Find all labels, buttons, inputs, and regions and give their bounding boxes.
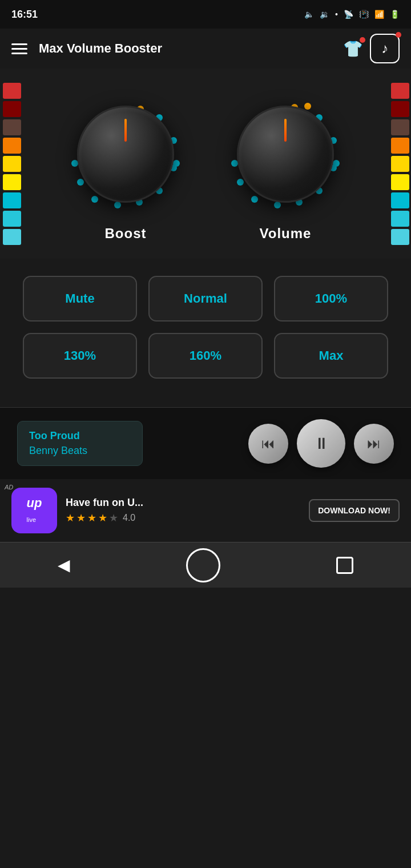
boost-knob-outer[interactable] (63, 91, 188, 217)
vu-bar-right-4 (391, 138, 409, 154)
vol-led-4 (304, 103, 311, 110)
boost-led-11 (91, 196, 98, 203)
header-icons: 👕 ♪ (343, 34, 400, 63)
vu-bar-left-1 (3, 83, 21, 99)
pause-icon: ⏸ (313, 434, 329, 453)
ad-label: AD (5, 484, 13, 491)
vu-bar-left-4 (3, 138, 21, 154)
recents-square-icon (336, 557, 353, 574)
ad-section: AD uplive Have fun on U... ★ ★ ★ ★ ★ 4.0… (0, 479, 411, 542)
vol-led-11 (274, 202, 281, 208)
vu-bar-left-8 (3, 211, 21, 227)
next-track-button[interactable]: ⏭ (354, 424, 394, 464)
player-section: Too Proud Benny Beats ⏮ ⏸ ⏭ (0, 407, 411, 479)
shirt-icon: 👕 (343, 40, 363, 58)
normal-button[interactable]: Normal (148, 276, 263, 322)
battery-icon: 🔋 (390, 10, 400, 19)
max-button[interactable]: Max (274, 333, 388, 379)
vu-bar-left-7 (3, 192, 21, 208)
star-2: ★ (76, 512, 86, 524)
menu-button[interactable] (11, 43, 27, 54)
status-time: 16:51 (11, 9, 38, 21)
mute-button[interactable]: Mute (23, 276, 137, 322)
130-percent-button[interactable]: 130% (23, 333, 137, 379)
star-4: ★ (98, 512, 107, 524)
nav-bar: ◀ (0, 542, 411, 588)
ad-stars: ★ ★ ★ ★ ★ 4.0 (66, 512, 300, 524)
vu-bar-left-6 (3, 174, 21, 190)
wifi-icon: 📶 (374, 10, 384, 19)
vol-led-12 (251, 196, 258, 203)
back-button[interactable]: ◀ (58, 556, 70, 574)
volume-knob-wrapper: Volume (223, 91, 348, 242)
buttons-row-2: 130% 160% Max (23, 333, 388, 379)
buttons-row-1: Mute Normal 100% (23, 276, 388, 322)
menu-line1 (11, 43, 27, 45)
cast-icon: 📡 (344, 10, 353, 19)
next-icon: ⏭ (367, 436, 381, 452)
vu-bar-left-5 (3, 156, 21, 172)
back-icon: ◀ (58, 556, 70, 574)
ad-app-icon: uplive (11, 488, 57, 533)
app-title: Max Volume Booster (39, 41, 332, 56)
volume-knob-body[interactable] (237, 106, 334, 203)
player-controls: ⏮ ⏸ ⏭ (248, 419, 394, 468)
track-artist: Benny Beats (29, 445, 131, 457)
vu-bar-right-8 (391, 211, 409, 227)
status-icons: 🔈 🔉 • 📡 📳 📶 🔋 (304, 10, 400, 19)
vu-bar-right-5 (391, 156, 409, 172)
music-button[interactable]: ♪ (370, 34, 400, 63)
ad-logo-text: uplive (27, 496, 42, 525)
volume-med-icon: 🔉 (320, 10, 329, 19)
ad-rating: 4.0 (123, 513, 135, 523)
boost-led-10 (114, 202, 121, 208)
star-1: ★ (66, 512, 75, 524)
vu-bar-right-2 (391, 101, 409, 117)
volume-buttons-section: Mute Normal 100% 130% 160% Max (0, 259, 411, 407)
ad-content: Have fun on U... ★ ★ ★ ★ ★ 4.0 (66, 497, 300, 524)
160-percent-button[interactable]: 160% (148, 333, 263, 379)
vu-bar-right-6 (391, 174, 409, 190)
boost-knob-wrapper: Boost (63, 91, 188, 242)
app-header: Max Volume Booster 👕 ♪ (0, 29, 411, 69)
volume-low-icon: 🔈 (304, 10, 314, 19)
vu-bar-right-7 (391, 192, 409, 208)
boost-knob-label: Boost (105, 226, 147, 242)
prev-icon: ⏮ (261, 436, 275, 452)
volume-knob-label: Volume (260, 226, 312, 242)
recents-button[interactable] (336, 557, 353, 574)
music-notification-badge (396, 32, 401, 38)
boost-knob-indicator (124, 119, 127, 142)
vol-led-13 (237, 179, 244, 186)
track-info: Too Proud Benny Beats (17, 421, 143, 466)
ad-download-button[interactable]: DOWNLOAD NOW! (309, 499, 400, 522)
volume-knob-outer[interactable] (223, 91, 348, 217)
ad-title: Have fun on U... (66, 497, 300, 509)
dot-icon: • (335, 10, 338, 19)
music-note-icon: ♪ (381, 41, 388, 57)
shirt-notification-badge (360, 37, 365, 43)
star-5: ★ (109, 512, 118, 524)
vu-meter-left (0, 69, 23, 259)
knobs-container: Boost (63, 80, 348, 242)
vu-bar-left-2 (3, 101, 21, 117)
status-bar: 16:51 🔈 🔉 • 📡 📳 📶 🔋 (0, 0, 411, 29)
shirt-button[interactable]: 👕 (343, 39, 363, 58)
vu-bar-left-3 (3, 119, 21, 135)
vu-bar-left-9 (3, 229, 21, 245)
track-title: Too Proud (29, 430, 131, 442)
star-3: ★ (87, 512, 96, 524)
vibrate-icon: 📳 (359, 10, 369, 19)
vu-bar-right-1 (391, 83, 409, 99)
boost-knob-body[interactable] (77, 106, 174, 203)
vu-bar-right-9 (391, 229, 409, 245)
knobs-section: Boost (0, 69, 411, 259)
vu-bar-right-3 (391, 119, 409, 135)
prev-track-button[interactable]: ⏮ (248, 424, 288, 464)
100-percent-button[interactable]: 100% (274, 276, 388, 322)
boost-led-12 (77, 179, 84, 186)
home-button[interactable] (186, 548, 220, 582)
menu-line2 (11, 48, 27, 50)
pause-button[interactable]: ⏸ (297, 419, 345, 468)
home-circle-icon (186, 548, 220, 582)
